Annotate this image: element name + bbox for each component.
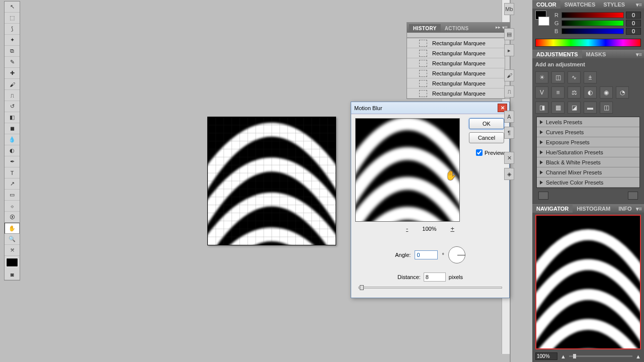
preset-row[interactable]: Black & White Presets [537,157,639,167]
channel-mixer-icon[interactable]: ◔ [616,86,629,99]
preset-row[interactable]: Levels Presets [537,117,639,127]
r-slider[interactable] [561,12,624,18]
dialog-preview[interactable] [355,118,460,222]
angle-dial[interactable] [448,246,465,263]
adj-expand-icon[interactable] [538,192,548,200]
preset-row[interactable]: Selective Color Presets [537,177,639,188]
history-item[interactable]: Rectangular Marquee [407,88,510,99]
marquee-tool[interactable]: ⬚ [5,13,20,24]
navigator-zoom-input[interactable] [535,352,557,360]
distance-slider[interactable] [358,287,502,289]
zoom-tool[interactable]: 🔍 [5,234,20,245]
blur-tool[interactable]: 💧 [5,134,20,145]
tab-styles[interactable]: STYLES [599,1,629,9]
lasso-tool[interactable]: ⟆ [5,24,20,35]
preset-row[interactable]: Curves Presets [537,127,639,137]
distance-input[interactable] [424,273,446,282]
preview-checkbox[interactable] [476,149,482,156]
eyedropper-tool[interactable]: ✎ [5,57,20,68]
type-tool[interactable]: T [5,167,20,178]
document-canvas[interactable] [207,117,336,245]
color-balance-icon[interactable]: ⚖ [568,86,581,99]
history-brush-tool[interactable]: ↺ [5,101,20,112]
cancel-button[interactable]: Cancel [469,132,504,143]
tab-swatches[interactable]: SWATCHES [560,1,600,9]
dock-tools-icon[interactable]: ✕ [504,152,514,164]
selective-color-icon[interactable]: ◫ [600,102,613,114]
adj-new-icon[interactable] [628,192,638,200]
b-value-input[interactable] [626,28,641,35]
history-item[interactable]: Rectangular Marquee [407,78,510,88]
preset-row[interactable]: Exposure Presets [537,137,639,147]
tab-adjustments[interactable]: ADJUSTMENTS [532,50,582,58]
history-item[interactable]: Rectangular Marquee [407,68,510,78]
panel-collapse-icon[interactable]: ▸▸ [496,25,501,30]
slider-thumb[interactable] [573,354,576,358]
navigator-thumbnail[interactable] [535,215,641,349]
dock-3d-icon[interactable]: ◈ [504,168,514,180]
stamp-tool[interactable]: ⎍ [5,90,20,101]
bg-color-swatch[interactable] [538,17,549,26]
tab-masks[interactable]: MASKS [582,50,610,58]
dialog-titlebar[interactable]: Motion Blur ✕ [351,102,509,114]
preset-row[interactable]: Hue/Saturation Presets [537,147,639,157]
panel-menu-icon[interactable]: ▾≡ [636,2,642,8]
gradient-map-icon[interactable]: ▬ [584,102,597,114]
threshold-icon[interactable]: ◪ [568,102,581,114]
history-item[interactable]: Rectangular Marquee [407,58,510,68]
g-slider[interactable] [561,20,624,26]
tab-actions[interactable]: ACTIONS [441,24,473,33]
posterize-icon[interactable]: ▦ [551,102,565,114]
color-spectrum[interactable] [535,39,641,47]
swap-colors[interactable]: ⤧ [5,245,20,256]
exposure-icon[interactable]: ± [584,71,597,83]
photo-filter-icon[interactable]: ◉ [600,86,613,99]
hue-icon[interactable]: ≡ [551,86,565,99]
wand-tool[interactable]: ✦ [5,35,20,46]
brightness-icon[interactable]: ☀ [535,71,548,83]
g-value-input[interactable] [626,20,641,27]
foreground-swatch[interactable] [6,258,18,267]
b-slider[interactable] [561,28,624,34]
tab-color[interactable]: COLOR [532,1,560,9]
dock-actions-icon[interactable]: ▸ [504,44,514,56]
dock-brush-icon[interactable]: 🖌 [504,69,514,81]
pen-tool[interactable]: ✒ [5,156,20,167]
dock-history-icon[interactable]: ▤ [504,28,514,40]
dock-character-icon[interactable]: A [504,111,514,123]
3d-camera-tool[interactable]: ⦿ [5,212,20,223]
slider-thumb[interactable] [360,285,364,290]
heal-tool[interactable]: ✚ [5,68,20,79]
hand-tool[interactable]: ✋ [5,223,20,234]
panel-menu-icon[interactable]: ▾≡ [636,206,642,212]
quickmask-toggle[interactable]: ◙ [5,269,20,280]
angle-input[interactable] [415,250,438,259]
history-item[interactable]: Rectangular Marquee [407,38,510,48]
zoom-in-icon[interactable]: ▲ [635,353,641,359]
dock-clone-icon[interactable]: ⎍ [504,85,514,98]
crop-tool[interactable]: ⧉ [5,46,20,57]
path-tool[interactable]: ↗ [5,178,20,190]
preset-row[interactable]: Channel Mixer Presets [537,167,639,177]
levels-icon[interactable]: ◫ [551,71,565,83]
dock-paragraph-icon[interactable]: ¶ [504,127,514,139]
curves-icon[interactable]: ∿ [568,71,581,83]
3d-tool[interactable]: ⟐ [5,201,20,212]
shape-tool[interactable]: ▭ [5,190,20,201]
tab-info[interactable]: INFO [614,205,635,213]
ok-button[interactable]: OK [469,118,504,129]
zoom-out-icon[interactable]: ▲ [560,353,566,359]
dodge-tool[interactable]: ◐ [5,145,20,156]
dock-minibridge-icon[interactable]: Mb [504,3,514,15]
tab-navigator[interactable]: NAVIGATOR [532,205,573,213]
eraser-tool[interactable]: ◧ [5,112,20,123]
bw-icon[interactable]: ◐ [584,86,597,99]
panel-menu-icon[interactable]: ▾≡ [636,51,642,58]
move-tool[interactable]: ↖ [5,2,20,13]
r-value-input[interactable] [626,12,641,19]
zoom-in-button[interactable]: + [450,225,454,232]
navigator-zoom-slider[interactable] [569,355,632,357]
vibrance-icon[interactable]: V [535,86,548,99]
brush-tool[interactable]: 🖌 [5,79,20,90]
invert-icon[interactable]: ◨ [535,102,548,114]
